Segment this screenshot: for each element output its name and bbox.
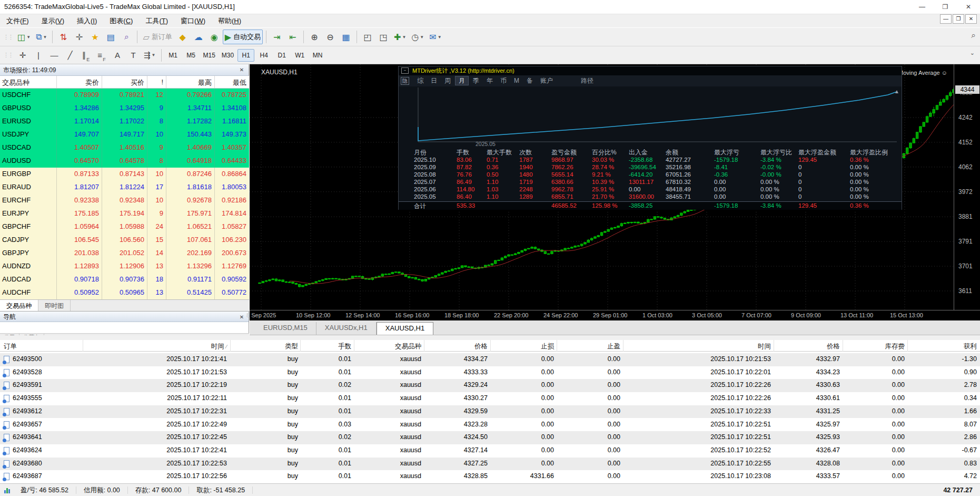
data-window-icon[interactable]: ✛ [72, 30, 86, 44]
mw-col-4[interactable]: 最高 [166, 76, 215, 88]
zoom-out-icon[interactable]: ⊖ [323, 30, 338, 44]
orders-col-6[interactable]: 止损 [493, 342, 554, 351]
stats-range-综[interactable]: 综 [414, 76, 427, 85]
vertical-line-icon[interactable]: | [31, 48, 46, 63]
toolbar-overflow-icon[interactable]: ⌄ [970, 50, 975, 56]
signals-icon[interactable]: ◉ [207, 30, 222, 44]
orders-col-3[interactable]: 手数 [304, 342, 351, 351]
menu-i[interactable]: 插入(I) [71, 14, 103, 28]
channel-icon[interactable]: ∥E [78, 48, 93, 63]
market-row-audchf[interactable]: AUDCHF0.509520.50965130.514250.50772 [0, 286, 249, 299]
grid-icon[interactable]: ▦ [339, 30, 353, 44]
minimize-button[interactable]: — [910, 0, 934, 14]
mw-tab-交易品种[interactable]: 交易品种 [0, 300, 38, 311]
autotrade-button[interactable]: ▶自动交易 [223, 30, 263, 44]
shapes-icon[interactable]: ⇶▼ [142, 48, 158, 63]
child-restore-button[interactable]: ❐ [953, 14, 964, 24]
maximize-button[interactable]: ❐ [934, 0, 957, 14]
mw-col-1[interactable]: 卖价 [57, 76, 102, 88]
menu-h[interactable]: 帮助(H) [212, 14, 248, 28]
tile-windows-icon[interactable]: ◰ [360, 30, 375, 44]
trendline-icon[interactable]: ╱ [63, 48, 77, 63]
menu-w[interactable]: 窗口(W) [174, 14, 212, 28]
algo-cloud-icon[interactable]: ☁ [191, 30, 206, 44]
market-row-eurchf[interactable]: EURCHF0.923380.92348100.926780.92186 [0, 194, 249, 207]
stats-range-月[interactable]: 月 [455, 76, 469, 85]
zoom-in-icon[interactable]: ⊕ [307, 30, 322, 44]
toolbar-search-icon[interactable]: ⌕ [972, 31, 976, 40]
market-row-euraud[interactable]: EURAUD1.812071.81224171.816181.80053 [0, 181, 249, 194]
auto-scroll-icon[interactable]: ⇤ [285, 30, 300, 44]
stats-range-年[interactable]: 年 [483, 76, 496, 85]
order-row-62493612[interactable]: 624936122025.10.17 10:22:31buy0.01xauusd… [0, 405, 980, 419]
cascade-windows-icon[interactable]: ◳ [376, 30, 391, 44]
order-row-62493680[interactable]: 624936802025.10.17 10:22:53buy0.01xauusd… [0, 458, 980, 471]
market-row-audnzd[interactable]: AUDNZD1.128931.12906131.132961.12769 [0, 260, 249, 273]
order-row-62493657[interactable]: 624936572025.10.17 10:22:49buy0.03xauusd… [0, 419, 980, 432]
order-row-62493641[interactable]: 624936412025.10.17 10:22:45buy0.02xauusd… [0, 431, 980, 444]
timeframe-h4[interactable]: H4 [255, 49, 272, 62]
chart-tab-XAUUSDx-H1[interactable]: XAUUSDx,H1 [316, 322, 377, 335]
menu-f[interactable]: 文件(F) [0, 14, 35, 28]
chart-tab-XAUUSD-H1[interactable]: XAUUSD,H1 [377, 322, 433, 335]
order-row-62493624[interactable]: 624936242025.10.17 10:22:41buy0.01xauusd… [0, 444, 980, 458]
order-row-62493528[interactable]: 624935282025.10.17 10:21:53buy0.01xauusd… [0, 366, 980, 380]
mw-col-5[interactable]: 最低 [215, 76, 249, 88]
orders-col-5[interactable]: 价格 [427, 342, 488, 351]
stats-range-M[interactable]: M [511, 76, 522, 85]
orders-col-1[interactable]: 时间 ∕ [122, 342, 227, 351]
order-row-62493555[interactable]: 624935552025.10.17 10:22:11buy0.01xauusd… [0, 392, 980, 405]
orders-col-8[interactable]: 时间 [666, 342, 771, 351]
metaeditor-icon[interactable]: ◆ [175, 30, 190, 44]
stats-hide-button[interactable]: 隐 [401, 77, 409, 85]
timeframe-m5[interactable]: M5 [183, 49, 200, 62]
stats-minimize-button[interactable]: − [401, 67, 409, 74]
profiles-icon[interactable]: ⧉▼ [34, 30, 49, 44]
stats-path-button[interactable]: 路径 [581, 76, 593, 85]
market-row-eurjpy[interactable]: EURJPY175.185175.1949175.971174.814 [0, 207, 249, 220]
orders-col-10[interactable]: 库存费 [844, 342, 905, 351]
stats-range-备[interactable]: 备 [523, 76, 536, 85]
stats-range-周[interactable]: 周 [441, 76, 454, 85]
menu-v[interactable]: 显示(V) [35, 14, 71, 28]
market-row-audcad[interactable]: AUDCAD0.907180.90736180.911710.90592 [0, 273, 249, 286]
periods-icon[interactable]: ◷▼ [409, 30, 426, 44]
market-watch-close-icon[interactable]: ✕ [238, 66, 245, 74]
timeframe-d1[interactable]: D1 [273, 49, 290, 62]
close-button[interactable]: ✕ [957, 0, 980, 14]
order-row-62493687[interactable]: 624936872025.10.17 10:22:56buy0.01xauusd… [0, 470, 980, 483]
orders-col-9[interactable]: 价格 [777, 342, 840, 351]
tester-icon[interactable]: ⌕ [119, 30, 134, 44]
mw-col-0[interactable]: 交易品种 [0, 76, 57, 88]
orders-col-4[interactable]: 交易品种 [348, 342, 421, 351]
market-row-eurusd[interactable]: EURUSD1.170141.1702281.172821.16811 [0, 115, 249, 128]
market-row-usdchf[interactable]: USDCHF0.789090.78921120.792660.78725 [0, 89, 249, 102]
chart-tab-EURUSD-M15[interactable]: EURUSD,M15 [255, 322, 316, 335]
market-row-usdjpy[interactable]: USDJPY149.707149.71710150.443149.373 [0, 128, 249, 141]
market-row-gbpchf[interactable]: GBPCHF1.059641.05988241.065211.05827 [0, 220, 249, 234]
market-row-usdcad[interactable]: USDCAD1.405071.4051691.406691.40357 [0, 141, 249, 154]
indicators-icon[interactable]: ✚▼ [392, 30, 408, 44]
menu-t[interactable]: 工具(T) [139, 14, 174, 28]
mw-col-3[interactable]: ! [147, 76, 166, 88]
label-icon[interactable]: T [126, 48, 141, 63]
market-row-audusd[interactable]: AUDUSD0.645700.6457880.649180.64433 [0, 154, 249, 168]
market-row-eurgbp[interactable]: EURGBP0.871330.87143100.872460.86864 [0, 168, 249, 181]
orders-col-7[interactable]: 止盈 [560, 342, 620, 351]
horizontal-line-icon[interactable]: — [47, 48, 62, 63]
new-chart-icon[interactable]: ◫▼ [15, 30, 33, 44]
timeframe-m30[interactable]: M30 [219, 49, 236, 62]
orders-col-11[interactable]: 获利 [914, 342, 977, 351]
stats-range-季[interactable]: 季 [470, 76, 482, 85]
timeframe-m1[interactable]: M1 [165, 49, 182, 62]
fibonacci-icon[interactable]: ≡F [94, 48, 109, 63]
mail-icon[interactable]: ✉▼ [427, 30, 443, 44]
timeframe-mn[interactable]: MN [309, 49, 326, 62]
crosshair-icon[interactable]: ✛ [15, 48, 30, 63]
stats-range-币[interactable]: 币 [497, 76, 510, 85]
market-row-gbpusd[interactable]: GBPUSD1.342861.3429591.347111.34108 [0, 102, 249, 115]
timeframe-m15[interactable]: M15 [201, 49, 218, 62]
timeframe-w1[interactable]: W1 [291, 49, 308, 62]
price-axis[interactable]: 4242415240623972388137913701361143324344 [954, 64, 980, 310]
mtdriver-stats-panel[interactable]: MTDriver统计 ,V3.12 (http://mtdriver.cn) −… [398, 66, 902, 210]
